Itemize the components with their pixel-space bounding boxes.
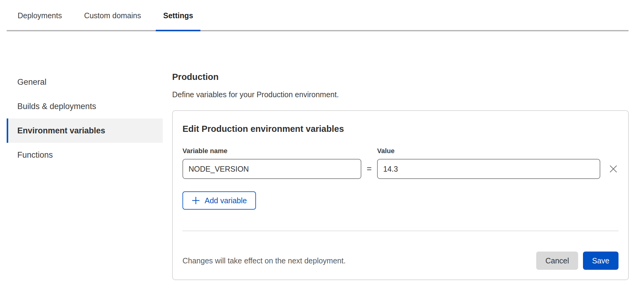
sidebar-item-environment-variables[interactable]: Environment variables [7,118,163,143]
sidebar-item-builds-deployments[interactable]: Builds & deployments [7,94,163,118]
section-title: Production [172,71,629,82]
tab-deployments[interactable]: Deployments [10,7,69,30]
settings-sidebar: General Builds & deployments Environment… [7,70,163,167]
add-variable-label: Add variable [205,196,247,205]
value-label: Value [377,147,394,155]
card-footer: Changes will take effect on the next dep… [182,252,618,270]
save-button[interactable]: Save [583,252,618,270]
remove-variable-button[interactable] [608,164,618,174]
variable-name-input[interactable] [182,159,361,179]
footer-note: Changes will take effect on the next dep… [182,256,346,265]
tab-settings[interactable]: Settings [156,7,200,30]
section-subtitle: Define variables for your Production env… [172,90,629,99]
card-title: Edit Production environment variables [182,123,618,134]
main-panel: Production Define variables for your Pro… [163,31,629,280]
card-divider [182,231,618,231]
equals-sign: = [361,164,377,174]
variable-name-label: Variable name [182,147,377,155]
tab-custom-domains[interactable]: Custom domains [77,7,148,30]
close-icon [609,164,618,173]
variable-value-input[interactable] [377,159,600,179]
plus-icon [192,196,200,205]
add-variable-button[interactable]: Add variable [182,191,256,210]
sidebar-item-general[interactable]: General [7,70,163,94]
footer-actions: Cancel Save [536,252,618,270]
environment-variables-card: Edit Production environment variables Va… [172,110,629,280]
tab-bar: Deployments Custom domains Settings [7,0,629,31]
field-labels-row: Variable name Value [182,147,618,155]
cancel-button[interactable]: Cancel [536,252,578,270]
variable-row: = [182,159,618,179]
sidebar-item-functions[interactable]: Functions [7,143,163,167]
